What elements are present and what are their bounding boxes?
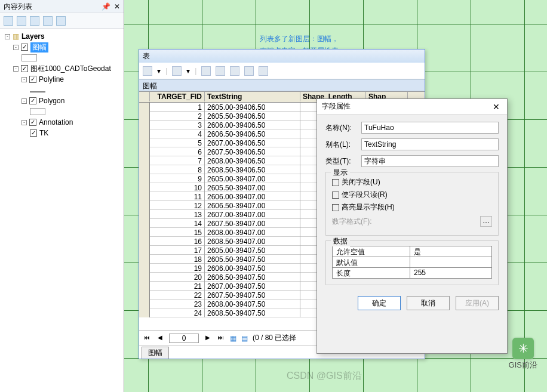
table-titlebar[interactable]: 表 xyxy=(139,50,425,63)
watermark-text: CSDN @GIS前沿 xyxy=(287,370,362,382)
symbology-swatch[interactable] xyxy=(30,108,45,115)
collapse-icon[interactable]: - xyxy=(21,98,27,104)
cancel-button[interactable]: 取消 xyxy=(407,296,450,310)
col-target-fid[interactable]: TARGET_FID xyxy=(150,92,205,101)
visibility-checkbox[interactable] xyxy=(29,76,36,83)
visibility-checkbox[interactable] xyxy=(21,44,28,51)
visibility-checkbox[interactable] xyxy=(30,129,37,137)
readonly-label: 使字段只读(R) xyxy=(342,190,388,200)
record-position-input[interactable] xyxy=(169,334,199,343)
close-field-checkbox[interactable] xyxy=(332,179,339,186)
data-row[interactable]: 长度255 xyxy=(333,268,491,278)
options-icon[interactable] xyxy=(56,16,66,26)
symbology-swatch[interactable] xyxy=(30,91,45,92)
subcaption-text: 图幅 xyxy=(143,82,157,90)
highlight-checkbox[interactable] xyxy=(332,204,339,211)
legend-swatch-row xyxy=(21,53,124,63)
table-subcaption[interactable]: 图幅 xyxy=(139,79,425,91)
node-label: Annotation xyxy=(39,118,73,126)
toc-panel: 内容列表 📌 ✕ - ▥ Layers - 图幅 - 图框1000_CADToG… xyxy=(0,0,124,392)
tree-node-tufu[interactable]: - 图幅 xyxy=(13,42,124,53)
legend-swatch-row xyxy=(30,85,124,95)
clear-selection-icon[interactable] xyxy=(230,66,239,76)
list-by-visibility-icon[interactable] xyxy=(30,16,39,26)
node-label: TK xyxy=(39,129,48,137)
layer-tree: - ▥ Layers - 图幅 - 图框1000_CADToGeodat - P… xyxy=(0,29,124,138)
delete-selected-icon[interactable] xyxy=(259,66,268,76)
readonly-checkbox[interactable] xyxy=(332,192,339,199)
show-selected-icon[interactable]: ▤ xyxy=(241,334,248,342)
data-group: 数据 允许空值是默认值长度255 xyxy=(325,240,499,285)
tree-node-polygon[interactable]: - Polygon xyxy=(21,95,124,106)
toc-toolbar xyxy=(0,13,124,29)
alias-input[interactable]: TextString xyxy=(361,138,499,150)
legend-swatch-row xyxy=(30,106,124,117)
apply-button[interactable]: 应用(A) xyxy=(456,296,499,310)
table-tab[interactable]: 图幅 xyxy=(142,347,169,359)
annotation-line1: 列表多了新图层：图幅， xyxy=(260,33,353,45)
name-input[interactable]: TuFuHao xyxy=(361,122,499,134)
node-label: 图框1000_CADToGeodat xyxy=(30,64,111,74)
dropdown-icon[interactable]: ▾ xyxy=(186,67,190,75)
node-label: 图幅 xyxy=(30,42,48,53)
pin-icon[interactable]: 📌 xyxy=(102,0,110,13)
node-label: Polyline xyxy=(39,75,64,84)
layers-label: Layers xyxy=(21,32,45,41)
list-by-source-icon[interactable] xyxy=(17,16,26,26)
type-label: 类型(T): xyxy=(325,156,361,166)
first-record-button[interactable]: ⏮ xyxy=(143,334,151,342)
data-row[interactable]: 默认值 xyxy=(333,257,491,268)
tree-node-tukuang[interactable]: - 图框1000_CADToGeodat xyxy=(13,63,124,74)
last-record-button[interactable]: ⏭ xyxy=(217,334,225,342)
collapse-icon[interactable]: - xyxy=(5,34,10,39)
table-options-icon[interactable] xyxy=(143,66,152,76)
table-toolbar: ▾ | ▾ | xyxy=(139,63,425,79)
select-by-attributes-icon[interactable] xyxy=(201,66,211,76)
next-record-button[interactable]: ▶ xyxy=(204,334,212,342)
name-label: 名称(N): xyxy=(325,123,361,133)
numfmt-label: 数字格式(F): xyxy=(332,217,372,227)
numfmt-button[interactable]: … xyxy=(480,216,492,227)
display-legend: 显示 xyxy=(331,168,350,178)
row-header-col[interactable] xyxy=(139,92,150,101)
tree-node-polyline[interactable]: - Polyline xyxy=(21,74,124,85)
collapse-icon[interactable]: - xyxy=(21,120,27,125)
visibility-checkbox[interactable] xyxy=(29,97,36,104)
related-tables-icon[interactable] xyxy=(172,66,182,76)
ok-button[interactable]: 确定 xyxy=(358,296,401,310)
data-row[interactable]: 允许空值是 xyxy=(333,246,491,257)
data-properties-grid[interactable]: 允许空值是默认值长度255 xyxy=(332,246,492,279)
tree-node-annotation[interactable]: - Annotation xyxy=(21,117,124,128)
show-all-icon[interactable]: ▦ xyxy=(230,334,236,342)
symbology-swatch[interactable] xyxy=(21,54,37,61)
collapse-icon[interactable]: - xyxy=(21,77,27,82)
display-group: 显示 关闭字段(U) 使字段只读(R) 高亮显示字段(H) 数字格式(F): … xyxy=(325,172,499,236)
col-textstring[interactable]: TextString xyxy=(205,92,300,101)
list-by-drawing-order-icon[interactable] xyxy=(4,16,13,26)
switch-selection-icon[interactable] xyxy=(216,66,225,76)
tree-node-tk[interactable]: TK xyxy=(30,128,124,138)
table-title: 表 xyxy=(143,51,150,61)
toc-titlebar[interactable]: 内容列表 📌 ✕ xyxy=(0,0,124,13)
type-input[interactable]: 字符串 xyxy=(361,155,499,167)
toc-title-text: 内容列表 xyxy=(4,0,102,13)
visibility-checkbox[interactable] xyxy=(21,65,28,72)
prev-record-button[interactable]: ◀ xyxy=(156,334,164,342)
collapse-icon[interactable]: - xyxy=(13,66,19,72)
nav-status: (0 / 80 已选择 xyxy=(253,333,296,343)
zoom-selected-icon[interactable] xyxy=(244,66,254,76)
close-field-label: 关闭字段(U) xyxy=(342,177,380,187)
close-icon[interactable]: ✕ xyxy=(114,0,120,13)
brand-label: GIS前沿 xyxy=(509,360,537,371)
collapse-icon[interactable]: - xyxy=(13,45,19,50)
node-label: Polygon xyxy=(39,97,64,105)
tab-label: 图幅 xyxy=(148,348,162,357)
visibility-checkbox[interactable] xyxy=(29,119,36,126)
dialog-titlebar[interactable]: 字段属性 ✕ xyxy=(317,99,507,115)
dropdown-icon[interactable]: ▾ xyxy=(157,67,161,75)
list-by-selection-icon[interactable] xyxy=(43,16,53,26)
close-button[interactable]: ✕ xyxy=(490,102,502,112)
data-legend: 数据 xyxy=(331,236,350,246)
tree-root[interactable]: - ▥ Layers xyxy=(5,31,124,42)
highlight-label: 高亮显示字段(H) xyxy=(342,202,395,212)
